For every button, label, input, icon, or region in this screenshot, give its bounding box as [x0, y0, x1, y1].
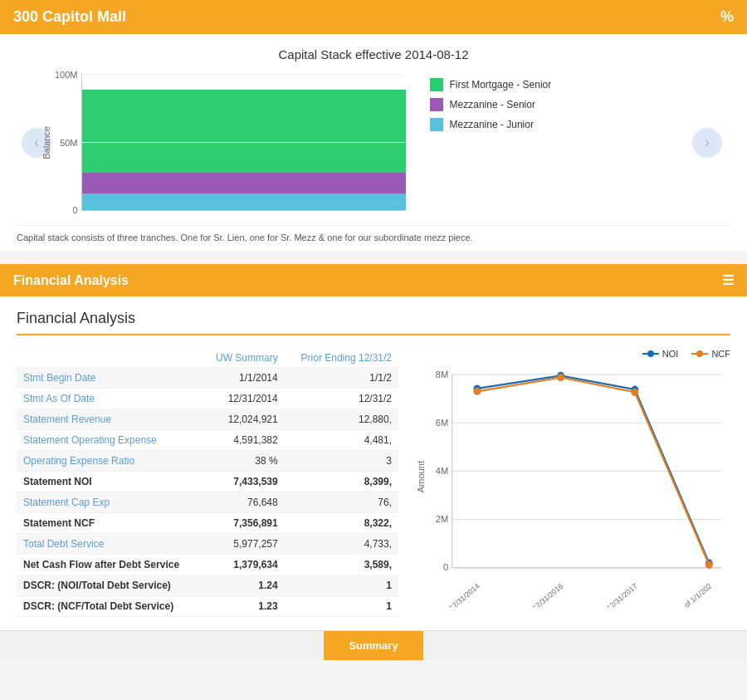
financial-analysis-body: UW Summary Prior Ending 12/31/2 Stmt Beg… — [17, 349, 730, 617]
table-row: DSCR: (NOI/Total Debt Service)1.241 — [17, 575, 398, 596]
table-row: Stmt As Of Date12/31/201412/31/2 — [17, 389, 398, 409]
ncf-point-4 — [706, 561, 713, 569]
row-uw: 12,024,921 — [202, 409, 284, 430]
row-label: Operating Expense Ratio — [17, 451, 202, 472]
row-uw: 7,356,891 — [202, 513, 284, 534]
row-label: DSCR: (NCF/Total Debt Service) — [17, 596, 202, 617]
nav-right-button[interactable]: › — [692, 128, 722, 158]
summary-tab[interactable]: Summary — [324, 631, 422, 660]
bar-chart — [81, 74, 405, 211]
legend-ncf: NCF — [691, 349, 730, 359]
bar-junior-mezz — [82, 193, 406, 210]
page-title: 300 Capitol Mall — [13, 8, 126, 26]
col-label — [17, 349, 202, 368]
svg-text:Prior Ending 12/31/2016: Prior Ending 12/31/2016 — [498, 582, 564, 607]
table-row: Statement Revenue12,024,92112,880, — [17, 409, 398, 430]
legend-noi: NOI — [642, 349, 679, 359]
svg-text:UW Summary as of 12/31/2014: UW Summary as of 12/31/2014 — [415, 582, 481, 607]
table-row: Statement Cap Exp76,64876, — [17, 492, 398, 513]
row-prior: 1 — [285, 596, 398, 617]
capital-stack-legend: First Mortgage - Senior Mezzanine - Seni… — [430, 70, 552, 131]
ncf-point-1 — [473, 388, 481, 395]
svg-text:Prior Ending 12/31/2017: Prior Ending 12/31/2017 — [572, 582, 638, 607]
financial-chart: NOI NCF 8M 6M — [415, 349, 730, 617]
ncf-point-2 — [557, 374, 564, 381]
col-uw-summary: UW Summary — [202, 349, 284, 368]
legend-label-junior-mezz: Mezzanine - Junior — [450, 119, 534, 130]
row-uw: 12/31/2014 — [202, 389, 284, 409]
row-label: Statement Revenue — [17, 409, 202, 430]
financial-table: UW Summary Prior Ending 12/31/2 Stmt Beg… — [17, 349, 398, 617]
row-label: DSCR: (NOI/Total Debt Service) — [17, 575, 202, 596]
ncf-point-3 — [631, 389, 638, 396]
noi-line — [477, 375, 709, 563]
svg-text:2M: 2M — [436, 514, 449, 524]
ncf-label: NCF — [711, 349, 730, 359]
svg-text:0: 0 — [443, 562, 448, 572]
bottom-tabs: Summary — [0, 630, 747, 660]
row-prior: 4,733, — [285, 534, 398, 555]
row-uw: 1,379,634 — [202, 555, 284, 575]
table-row: Net Cash Flow after Debt Service1,379,63… — [17, 555, 398, 575]
legend-item-junior-mezz: Mezzanine - Junior — [430, 118, 552, 131]
row-prior: 8,399, — [285, 472, 398, 492]
bar-senior-mezz — [82, 173, 406, 193]
row-label: Net Cash Flow after Debt Service — [17, 555, 202, 575]
row-uw: 5,977,257 — [202, 534, 284, 555]
row-label: Stmt Begin Date — [17, 368, 202, 389]
row-prior: 3,589, — [285, 555, 398, 575]
chart-legend: NOI NCF — [415, 349, 730, 359]
legend-color-junior-mezz — [430, 118, 443, 131]
table-row: Stmt Begin Date1/1/20141/1/2 — [17, 368, 398, 389]
menu-icon[interactable]: ☰ — [722, 272, 734, 288]
svg-text:8M: 8M — [436, 370, 449, 379]
legend-color-first-mortgage — [430, 78, 443, 91]
y-axis-label: Balance — [42, 126, 51, 159]
row-label: Statement NCF — [17, 513, 202, 534]
row-prior: 12/31/2 — [285, 389, 398, 409]
row-prior: 1/1/2 — [285, 368, 398, 389]
row-label: Statement Cap Exp — [17, 492, 202, 513]
row-uw: 4,591,382 — [202, 430, 284, 451]
table-row: Statement NCF7,356,8918,322, — [17, 513, 398, 534]
capital-stack-title: Capital Stack effective 2014-08-12 — [17, 47, 730, 61]
svg-text:6M: 6M — [436, 418, 449, 428]
row-prior: 76, — [285, 492, 398, 513]
row-prior: 12,880, — [285, 409, 398, 430]
legend-label-senior-mezz: Mezzanine - Senior — [450, 99, 535, 110]
legend-item-first-mortgage: First Mortgage - Senior — [430, 78, 552, 91]
row-label: Total Debt Service — [17, 534, 202, 555]
capital-stack-section: Capital Stack effective 2014-08-12 ‹ Bal… — [0, 34, 747, 251]
row-prior: 8,322, — [285, 513, 398, 534]
table-row: Statement Operating Expense4,591,3824,48… — [17, 430, 398, 451]
ncf-line-icon — [691, 353, 708, 355]
percent-icon[interactable]: % — [720, 8, 734, 26]
financial-analysis-content: Financial Analysis UW Summary Prior Endi… — [0, 296, 747, 630]
row-label: Statement NOI — [17, 472, 202, 492]
financial-analysis-header: Financial Analysis ☰ — [0, 264, 747, 296]
row-uw: 7,433,539 — [202, 472, 284, 492]
row-prior: 1 — [285, 575, 398, 596]
top-header: 300 Capitol Mall % — [0, 0, 747, 34]
y-tick-50m: 50M — [60, 138, 77, 148]
legend-color-senior-mezz — [430, 98, 443, 111]
table-row: Total Debt Service5,977,2574,733, — [17, 534, 398, 555]
table-row: Operating Expense Ratio38 %3 — [17, 451, 398, 472]
row-label: Stmt As Of Date — [17, 389, 202, 409]
row-uw: 1.23 — [202, 596, 284, 617]
y-tick-0: 0 — [72, 205, 77, 215]
bar-first-mortgage — [82, 90, 406, 173]
financial-analysis-title: Financial Analysis — [17, 310, 730, 335]
line-chart-svg: 8M 6M 4M 2M 0 UW Summary as of 12/31/201… — [415, 365, 730, 607]
col-prior-ending: Prior Ending 12/31/2 — [285, 349, 398, 368]
legend-label-first-mortgage: First Mortgage - Senior — [450, 79, 552, 91]
row-label: Statement Operating Expense — [17, 430, 202, 451]
y-tick-100m: 100M — [55, 70, 78, 80]
noi-line-icon — [642, 353, 659, 355]
financial-analysis-header-title: Financial Analysis — [13, 273, 129, 288]
row-uw: 1.24 — [202, 575, 284, 596]
noi-label: NOI — [662, 349, 679, 359]
row-prior: 3 — [285, 451, 398, 472]
svg-text:Amount: Amount — [416, 460, 426, 492]
svg-text:4M: 4M — [436, 466, 449, 476]
